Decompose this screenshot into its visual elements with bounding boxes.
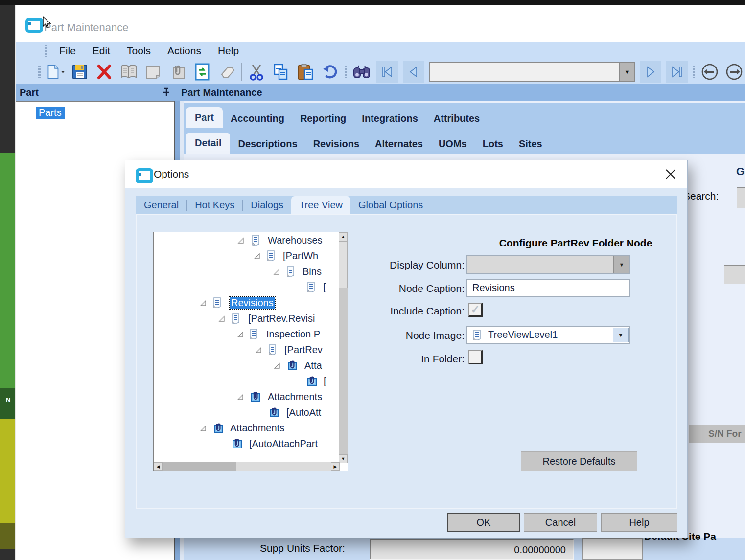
menu-grip[interactable] <box>45 45 47 57</box>
button-fragment[interactable] <box>724 265 745 284</box>
previous-record-icon <box>407 66 420 78</box>
node-caption-input[interactable] <box>466 279 630 297</box>
pin-icon[interactable] <box>162 87 171 98</box>
scroll-up-icon[interactable]: ▲ <box>339 232 348 241</box>
app-icon <box>25 18 43 33</box>
dlgtab-dialogs[interactable]: Dialogs <box>243 196 291 214</box>
tree-row[interactable]: Atta <box>154 358 348 374</box>
tree-row[interactable]: [AutoAttachPart <box>154 436 348 452</box>
menu-help[interactable]: Help <box>218 45 239 57</box>
node-image-dropdown-icon[interactable]: ▼ <box>613 328 629 342</box>
paste-button[interactable] <box>296 62 315 82</box>
display-column-combo[interactable]: ▼ <box>466 255 630 274</box>
clear-button[interactable] <box>217 62 236 82</box>
node-caption-label: Node Caption: <box>342 283 465 294</box>
refresh-button[interactable] <box>192 62 212 82</box>
menu-tools[interactable]: Tools <box>127 45 151 57</box>
subtab-alternates[interactable]: Alternates <box>367 134 431 154</box>
tree-row[interactable]: Bins <box>154 264 348 280</box>
ok-button[interactable]: OK <box>447 513 520 532</box>
tree-row[interactable]: Inspection P <box>154 327 348 342</box>
record-combo-dropdown-icon[interactable]: ▼ <box>619 63 634 81</box>
tree-row[interactable]: [ <box>154 280 348 295</box>
tab-attributes[interactable]: Attributes <box>426 109 488 128</box>
forward-button[interactable] <box>724 62 744 82</box>
in-folder-checkbox[interactable] <box>468 350 483 364</box>
sn-format-button[interactable]: S/N For <box>689 425 745 443</box>
tree-row[interactable]: Attachments <box>154 389 348 405</box>
first-record-button[interactable] <box>376 61 398 83</box>
scroll-down-icon[interactable]: ▼ <box>339 454 348 463</box>
search-field-fragment[interactable] <box>737 187 745 208</box>
toolbar-grip-3[interactable] <box>693 66 695 78</box>
menu-edit[interactable]: Edit <box>93 45 110 57</box>
subtab-sites[interactable]: Sites <box>511 134 550 154</box>
tab-integrations[interactable]: Integrations <box>354 109 425 128</box>
tree-row[interactable]: Warehouses <box>154 233 348 248</box>
node-image-combo[interactable]: TreeViewLevel1 ▼ <box>466 326 630 344</box>
save-button[interactable] <box>70 62 90 82</box>
dlgtab-globaloptions[interactable]: Global Options <box>350 196 431 214</box>
dialog-titlebar[interactable]: Options <box>125 160 687 188</box>
toolbar-grip[interactable] <box>38 66 41 78</box>
subtab-descriptions[interactable]: Descriptions <box>230 134 305 154</box>
dlgtab-general[interactable]: General <box>136 196 186 214</box>
last-record-button[interactable] <box>666 61 688 83</box>
cut-button[interactable] <box>247 62 266 82</box>
supp-units-uom-box[interactable] <box>582 538 643 560</box>
subtab-uoms[interactable]: UOMs <box>431 134 475 154</box>
record-navigator-combo[interactable]: ▼ <box>429 62 635 82</box>
tree-row[interactable]: [AutoAtt <box>154 405 348 421</box>
tree-hscrollbar[interactable]: ◀ ▶ <box>154 462 340 471</box>
include-caption-checkbox[interactable]: ✓ <box>468 303 483 317</box>
dlgtab-treeview[interactable]: Tree View <box>291 196 350 214</box>
tree-row[interactable]: [PartRev.Revisi <box>154 311 348 327</box>
memo-icon <box>145 65 162 79</box>
options-dialog: Options General Hot Keys Dialogs Tree Vi… <box>125 160 688 538</box>
toolbar-grip-2[interactable] <box>345 66 347 78</box>
scroll-right-icon[interactable]: ▶ <box>331 462 340 471</box>
previous-record-button[interactable] <box>403 61 424 83</box>
dlgtab-hotkeys[interactable]: Hot Keys <box>187 196 242 214</box>
menu-file[interactable]: File <box>59 45 76 57</box>
menu-actions[interactable]: Actions <box>167 45 201 57</box>
mouse-cursor <box>41 16 52 30</box>
tree-row[interactable]: [PartRev <box>154 342 348 358</box>
supp-units-input[interactable]: 0.00000000 <box>370 539 574 560</box>
tab-accounting[interactable]: Accounting <box>223 109 292 128</box>
dialog-icon <box>136 168 153 183</box>
tree-row[interactable]: [ <box>154 374 348 389</box>
subtab-revisions[interactable]: Revisions <box>305 134 367 154</box>
copy-button[interactable] <box>271 62 291 82</box>
new-button[interactable] <box>46 62 65 82</box>
tree-node-parts[interactable]: Parts <box>36 107 65 119</box>
tree-row-selected[interactable]: Revisions <box>154 295 348 311</box>
hscroll-thumb[interactable] <box>163 462 236 471</box>
subtab-detail[interactable]: Detail <box>186 133 230 154</box>
back-button[interactable] <box>700 62 720 82</box>
search-button[interactable] <box>352 62 372 82</box>
cancel-button[interactable]: Cancel <box>524 513 597 532</box>
tree-row[interactable]: Attachments <box>154 421 348 436</box>
help-button[interactable]: Help <box>601 513 677 532</box>
scroll-left-icon[interactable]: ◀ <box>154 462 163 471</box>
display-column-dropdown-icon[interactable]: ▼ <box>613 256 629 273</box>
tree-row[interactable]: [PartWh <box>154 248 348 264</box>
next-record-button[interactable] <box>640 61 661 83</box>
treeview-preview: Warehouses [PartWh Bins [ Revisions [Par… <box>153 232 348 471</box>
tab-part[interactable]: Part <box>186 107 223 128</box>
memo-button[interactable] <box>143 62 163 82</box>
undo-button[interactable] <box>320 62 340 82</box>
delete-button[interactable] <box>94 62 114 82</box>
restore-defaults-button[interactable]: Restore Defaults <box>521 451 637 471</box>
subtab-lots[interactable]: Lots <box>475 134 511 154</box>
panel-header-strip: Part Part Maintenance <box>16 84 745 101</box>
window-titlebar: Part Maintenance <box>16 5 745 42</box>
book-button[interactable] <box>119 62 139 82</box>
tab-reporting[interactable]: Reporting <box>292 109 354 128</box>
close-icon[interactable] <box>664 168 677 180</box>
attachment-button[interactable] <box>168 62 187 82</box>
search-label: Search: <box>683 190 719 202</box>
desktop-strip-yellow <box>0 419 15 523</box>
menu-bar: File Edit Tools Actions Help <box>16 42 745 60</box>
